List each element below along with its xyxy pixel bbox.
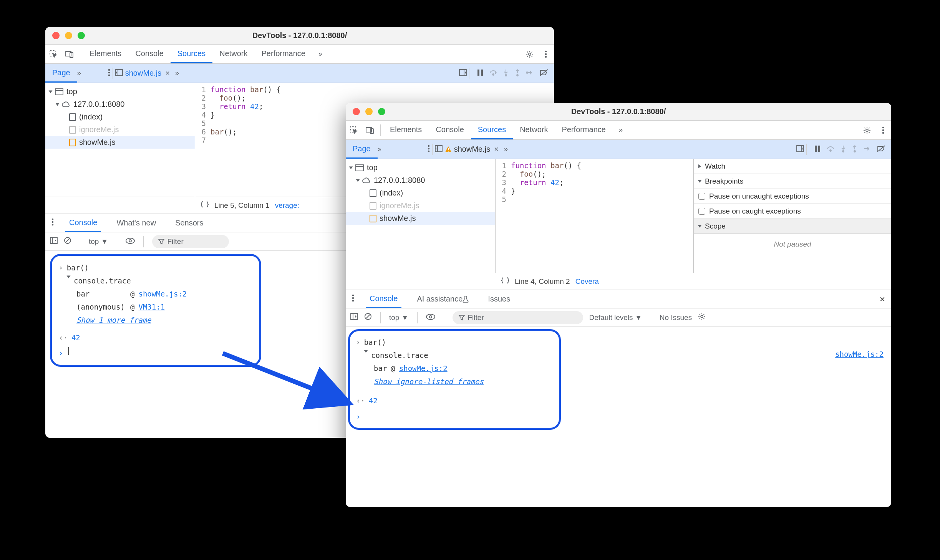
page-tab[interactable]: Page [45,64,77,83]
tab-console[interactable]: Console [128,45,170,63]
page-tab[interactable]: Page [346,140,378,159]
step-out-icon[interactable] [852,145,857,153]
prompt-icon[interactable]: › [356,411,360,422]
tab-performance[interactable]: Performance [255,45,313,63]
prompt-icon[interactable]: › [59,347,63,359]
tree-file-ignoreme[interactable]: ignoreMe.js [346,199,495,212]
pretty-print-icon[interactable] [201,201,209,210]
tab-elements[interactable]: Elements [83,45,128,63]
drawer-tab-sensors[interactable]: Sensors [171,214,207,232]
more-tabs-icon[interactable]: » [312,47,328,61]
tree-host[interactable]: 127.0.0.1:8080 [346,174,495,187]
tab-sources[interactable]: Sources [171,45,212,63]
maximize-window-icon[interactable] [78,32,85,39]
drawer-tab-whatsnew[interactable]: What's new [113,214,160,232]
step-out-icon[interactable] [515,69,520,77]
drawer-tab-ai[interactable]: AI assistance [413,290,472,308]
step-over-icon[interactable] [827,145,834,153]
more-tabs-icon[interactable]: » [613,123,629,138]
show-more-frames-link[interactable]: Show 1 more frame [76,314,151,326]
source-link[interactable]: showMe.js:2 [138,288,187,300]
source-file-tab[interactable]: showMe.js × [123,67,172,79]
gear-icon[interactable] [859,123,875,138]
more-page-tabs-icon[interactable]: » [378,145,381,153]
inspect-icon[interactable] [346,123,362,138]
tab-network[interactable]: Network [212,45,254,63]
step-into-icon[interactable] [503,69,509,77]
tab-performance[interactable]: Performance [555,121,613,139]
code-editor[interactable]: 1function bar() { 2 foo(); 3 return 42; … [496,159,693,273]
close-window-icon[interactable] [353,108,360,115]
kebab-icon[interactable] [875,123,891,138]
kebab-icon[interactable] [538,47,554,61]
close-icon[interactable]: × [494,145,499,154]
device-toolbar-icon[interactable] [362,123,378,138]
close-window-icon[interactable] [52,32,60,39]
trace-source-link[interactable]: showMe.js:2 [835,350,884,358]
tree-file-index[interactable]: (index) [346,187,495,199]
maximize-window-icon[interactable] [378,108,385,115]
kebab-icon[interactable] [352,294,354,304]
context-selector[interactable]: top ▼ [389,313,409,322]
drawer-tab-issues[interactable]: Issues [484,290,514,308]
tab-elements[interactable]: Elements [383,121,429,139]
pretty-print-icon[interactable] [501,277,509,286]
console-filter[interactable]: Filter [152,235,229,248]
minimize-window-icon[interactable] [365,108,373,115]
drawer-tab-console[interactable]: Console [366,290,401,308]
clear-console-icon[interactable] [64,237,71,246]
more-files-icon[interactable]: » [504,145,508,153]
issues-count[interactable]: No Issues [660,313,692,322]
tree-top[interactable]: top [45,85,195,98]
gear-icon[interactable] [698,313,706,322]
expand-icon[interactable]: › [59,262,63,273]
tab-console[interactable]: Console [429,121,471,139]
inspect-icon[interactable] [45,47,61,61]
show-ignored-frames-link[interactable]: Show ignore-listed frames [374,376,484,387]
source-link[interactable]: VM31:1 [138,301,165,313]
kebab-icon[interactable] [51,218,54,228]
gear-icon[interactable] [522,47,538,61]
more-page-tabs-icon[interactable]: » [77,69,81,77]
toggle-debugger-icon[interactable] [459,69,467,77]
pause-icon[interactable] [814,145,821,153]
device-toolbar-icon[interactable] [61,47,78,61]
tree-top[interactable]: top [346,161,495,174]
tree-file-ignoreme[interactable]: ignoreMe.js [45,123,195,136]
pause-icon[interactable] [477,69,483,77]
close-icon[interactable]: × [165,69,170,78]
kebab-icon[interactable] [108,69,110,78]
console-filter[interactable]: Filter [453,311,583,324]
clear-console-icon[interactable] [364,313,372,322]
step-into-icon[interactable] [841,145,846,153]
levels-selector[interactable]: Default levels ▼ [589,313,642,322]
live-expression-icon[interactable] [426,313,435,322]
step-over-icon[interactable] [489,69,497,77]
context-selector[interactable]: top ▼ [89,237,108,246]
pause-uncaught-checkbox[interactable]: Pause on uncaught exceptions [694,189,891,204]
step-icon[interactable] [526,70,533,76]
source-link[interactable]: showMe.js:2 [399,363,448,374]
tab-network[interactable]: Network [513,121,555,139]
tree-file-index[interactable]: (index) [45,111,195,123]
sidebar-toggle-icon[interactable] [50,237,58,246]
breakpoints-section[interactable]: Breakpoints [694,174,891,189]
toggle-navigator-icon[interactable] [115,69,123,77]
scope-section[interactable]: Scope [694,219,891,234]
close-drawer-icon[interactable]: × [880,294,885,305]
kebab-icon[interactable] [428,145,430,154]
tree-file-showme[interactable]: showMe.js [45,136,195,149]
more-files-icon[interactable]: » [175,69,179,77]
step-icon[interactable] [864,146,870,152]
toggle-debugger-icon[interactable] [796,145,804,153]
expand-icon[interactable]: › [356,336,360,348]
live-expression-icon[interactable] [126,237,135,246]
pause-caught-checkbox[interactable]: Pause on caught exceptions [694,204,891,219]
source-file-tab[interactable]: showMe.js × [443,143,501,155]
watch-section[interactable]: Watch [694,159,891,174]
tab-sources[interactable]: Sources [471,121,513,139]
drawer-tab-console[interactable]: Console [65,214,101,232]
tree-host[interactable]: 127.0.0.1:8080 [45,98,195,111]
sidebar-toggle-icon[interactable] [350,313,358,322]
minimize-window-icon[interactable] [65,32,72,39]
